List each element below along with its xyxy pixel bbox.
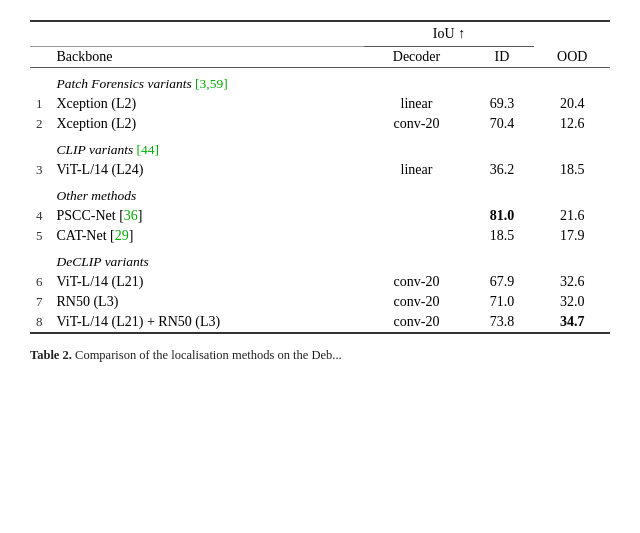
table-row: 4PSCC-Net [36]81.021.6 bbox=[30, 206, 610, 226]
row-id: 18.5 bbox=[469, 226, 534, 246]
row-id: 73.8 bbox=[469, 312, 534, 333]
iou-header: IoU ↑ bbox=[364, 21, 535, 47]
row-id: 69.3 bbox=[469, 94, 534, 114]
section-label: Other methods bbox=[51, 180, 611, 206]
row-ood: 20.4 bbox=[534, 94, 610, 114]
table-body: Patch Forensics variants [3,59]1Xception… bbox=[30, 68, 610, 334]
row-number: 1 bbox=[30, 94, 51, 114]
section-header-row: Other methods bbox=[30, 180, 610, 206]
row-number: 2 bbox=[30, 114, 51, 134]
table-row: 7RN50 (L3)conv-2071.032.0 bbox=[30, 292, 610, 312]
table-row: 3ViT-L/14 (L24)linear36.218.5 bbox=[30, 160, 610, 180]
row-decoder bbox=[364, 206, 470, 226]
section-label: DeCLIP variants bbox=[51, 246, 611, 272]
row-id: 81.0 bbox=[469, 206, 534, 226]
backbone-header: Backbone bbox=[51, 47, 364, 68]
section-num bbox=[30, 134, 51, 160]
section-refs: [3,59] bbox=[192, 76, 228, 91]
row-backbone: ViT-L/14 (L24) bbox=[51, 160, 364, 180]
table-container: IoU ↑ Backbone Decoder ID OOD Patch Fore… bbox=[30, 20, 610, 365]
backbone-ref: [36] bbox=[116, 208, 143, 223]
row-id: 67.9 bbox=[469, 272, 534, 292]
row-number: 5 bbox=[30, 226, 51, 246]
row-decoder: conv-20 bbox=[364, 312, 470, 333]
section-header-text: Other methods bbox=[57, 188, 137, 203]
comparison-table: IoU ↑ Backbone Decoder ID OOD Patch Fore… bbox=[30, 20, 610, 334]
table-row: 5CAT-Net [29]18.517.9 bbox=[30, 226, 610, 246]
row-decoder: conv-20 bbox=[364, 114, 470, 134]
section-header-text: Patch Forensics variants bbox=[57, 76, 192, 91]
row-backbone: Xception (L2) bbox=[51, 114, 364, 134]
section-num bbox=[30, 246, 51, 272]
section-refs: [44] bbox=[133, 142, 159, 157]
num-col-header bbox=[30, 47, 51, 68]
ood-header: OOD bbox=[534, 47, 610, 68]
row-ood: 32.6 bbox=[534, 272, 610, 292]
row-ood: 17.9 bbox=[534, 226, 610, 246]
backbone-ref: [29] bbox=[107, 228, 134, 243]
table-top-header: IoU ↑ bbox=[30, 21, 610, 47]
row-id: 36.2 bbox=[469, 160, 534, 180]
row-number: 6 bbox=[30, 272, 51, 292]
section-header-text: CLIP variants bbox=[57, 142, 134, 157]
section-num bbox=[30, 68, 51, 95]
section-num bbox=[30, 180, 51, 206]
row-backbone: ViT-L/14 (L21) bbox=[51, 272, 364, 292]
row-backbone: PSCC-Net [36] bbox=[51, 206, 364, 226]
row-number: 8 bbox=[30, 312, 51, 333]
method-header bbox=[30, 21, 364, 47]
row-decoder: conv-20 bbox=[364, 272, 470, 292]
row-backbone: ViT-L/14 (L21) + RN50 (L3) bbox=[51, 312, 364, 333]
table-row: 2Xception (L2)conv-2070.412.6 bbox=[30, 114, 610, 134]
decoder-header: Decoder bbox=[364, 47, 470, 68]
row-backbone: RN50 (L3) bbox=[51, 292, 364, 312]
row-ood: 32.0 bbox=[534, 292, 610, 312]
row-id: 71.0 bbox=[469, 292, 534, 312]
section-header-row: DeCLIP variants bbox=[30, 246, 610, 272]
row-ood: 18.5 bbox=[534, 160, 610, 180]
section-header-row: Patch Forensics variants [3,59] bbox=[30, 68, 610, 95]
row-number: 4 bbox=[30, 206, 51, 226]
section-header-text: DeCLIP variants bbox=[57, 254, 149, 269]
section-label: Patch Forensics variants [3,59] bbox=[51, 68, 611, 95]
section-label: CLIP variants [44] bbox=[51, 134, 611, 160]
caption-label: Table 2. bbox=[30, 348, 72, 362]
id-header: ID bbox=[469, 47, 534, 68]
row-backbone: Xception (L2) bbox=[51, 94, 364, 114]
row-number: 3 bbox=[30, 160, 51, 180]
row-number: 7 bbox=[30, 292, 51, 312]
table-sub-header: Backbone Decoder ID OOD bbox=[30, 47, 610, 68]
row-decoder: linear bbox=[364, 160, 470, 180]
table-row: 1Xception (L2)linear69.320.4 bbox=[30, 94, 610, 114]
row-backbone: CAT-Net [29] bbox=[51, 226, 364, 246]
row-ood: 21.6 bbox=[534, 206, 610, 226]
row-ood: 34.7 bbox=[534, 312, 610, 333]
table-row: 8ViT-L/14 (L21) + RN50 (L3)conv-2073.834… bbox=[30, 312, 610, 333]
row-id: 70.4 bbox=[469, 114, 534, 134]
row-decoder: linear bbox=[364, 94, 470, 114]
table-row: 6ViT-L/14 (L21)conv-2067.932.6 bbox=[30, 272, 610, 292]
row-decoder bbox=[364, 226, 470, 246]
section-header-row: CLIP variants [44] bbox=[30, 134, 610, 160]
table-caption: Table 2. Comparison of the localisation … bbox=[30, 346, 610, 365]
row-decoder: conv-20 bbox=[364, 292, 470, 312]
row-ood: 12.6 bbox=[534, 114, 610, 134]
caption-text: Comparison of the localisation methods o… bbox=[72, 348, 342, 362]
